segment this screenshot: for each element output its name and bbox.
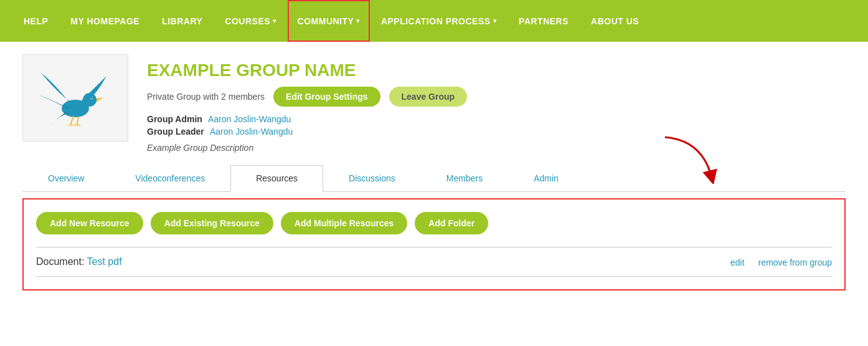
nav-about-us[interactable]: ABOUT US bbox=[580, 0, 650, 42]
svg-line-5 bbox=[71, 116, 73, 123]
nav-courses[interactable]: COURSES ▾ bbox=[214, 0, 287, 42]
group-leader-link[interactable]: Aaron Joslin-Wangdu bbox=[210, 127, 293, 137]
main-content: EXAMPLE GROUP NAME Private Group with 2 … bbox=[0, 42, 868, 303]
resources-section: Add New Resource Add Existing Resource A… bbox=[22, 198, 846, 291]
group-admin-link[interactable]: Aaron Joslin-Wangdu bbox=[208, 114, 291, 124]
tab-members[interactable]: Members bbox=[421, 165, 508, 191]
courses-dropdown-icon: ▾ bbox=[273, 17, 276, 24]
community-dropdown-icon: ▾ bbox=[356, 17, 360, 24]
add-new-resource-button[interactable]: Add New Resource bbox=[36, 212, 143, 234]
remove-from-group-link[interactable]: remove from group bbox=[758, 257, 832, 267]
resource-item-actions: edit remove from group bbox=[719, 257, 832, 267]
document-label: Document: bbox=[36, 256, 84, 267]
edit-group-settings-button[interactable]: Edit Group Settings bbox=[273, 87, 380, 107]
nav-community[interactable]: COMMUNITY ▾ bbox=[288, 0, 370, 42]
resource-actions: Add New Resource Add Existing Resource A… bbox=[36, 212, 832, 234]
document-link[interactable]: Test pdf bbox=[87, 256, 122, 267]
annotation-arrow-icon bbox=[659, 134, 721, 184]
group-logo bbox=[22, 54, 128, 142]
group-description: Example Group Description bbox=[147, 143, 846, 153]
nav-help[interactable]: HELP bbox=[12, 0, 59, 42]
group-leader-row: Group Leader Aaron Joslin-Wangdu bbox=[147, 127, 846, 137]
group-meta: Private Group with 2 members Edit Group … bbox=[147, 87, 846, 107]
tab-videoconferences[interactable]: Videoconferences bbox=[110, 165, 230, 191]
nav-partners[interactable]: PARTNERS bbox=[507, 0, 580, 42]
group-leader-label: Group Leader bbox=[147, 127, 204, 137]
tab-resources[interactable]: Resources bbox=[230, 165, 323, 192]
add-multiple-resources-button[interactable]: Add Multiple Resources bbox=[281, 212, 407, 234]
main-nav: HELP MY HOMEPAGE LIBRARY COURSES ▾ COMMU… bbox=[0, 0, 868, 42]
resource-item: Document: Test pdf edit remove from grou… bbox=[36, 247, 832, 277]
group-header: EXAMPLE GROUP NAME Private Group with 2 … bbox=[22, 54, 846, 153]
group-info: EXAMPLE GROUP NAME Private Group with 2 … bbox=[147, 54, 846, 153]
group-title: EXAMPLE GROUP NAME bbox=[147, 60, 846, 80]
nav-application-process[interactable]: APPLICATION PROCESS ▾ bbox=[370, 0, 507, 42]
group-roles: Group Admin Aaron Joslin-Wangdu Group Le… bbox=[147, 114, 846, 137]
group-admin-label: Group Admin bbox=[147, 114, 202, 124]
resource-doc-info: Document: Test pdf bbox=[36, 256, 122, 267]
group-logo-image bbox=[35, 64, 116, 132]
nav-library[interactable]: LIBRARY bbox=[151, 0, 214, 42]
add-existing-resource-button[interactable]: Add Existing Resource bbox=[151, 212, 273, 234]
svg-line-6 bbox=[77, 117, 78, 123]
nav-myhomepage[interactable]: MY HOMEPAGE bbox=[59, 0, 151, 42]
resource-list: Document: Test pdf edit remove from grou… bbox=[36, 247, 832, 277]
leave-group-button[interactable]: Leave Group bbox=[389, 87, 468, 107]
tabs: Overview Videoconferences Resources Disc… bbox=[22, 165, 846, 192]
group-admin-row: Group Admin Aaron Joslin-Wangdu bbox=[147, 114, 846, 124]
svg-marker-2 bbox=[97, 97, 103, 102]
tab-discussions[interactable]: Discussions bbox=[323, 165, 421, 191]
application-dropdown-icon: ▾ bbox=[493, 17, 497, 24]
group-meta-text: Private Group with 2 members bbox=[147, 92, 265, 102]
tab-admin[interactable]: Admin bbox=[508, 165, 584, 191]
edit-resource-link[interactable]: edit bbox=[730, 257, 745, 267]
tab-overview[interactable]: Overview bbox=[22, 165, 110, 191]
add-folder-button[interactable]: Add Folder bbox=[415, 212, 488, 234]
